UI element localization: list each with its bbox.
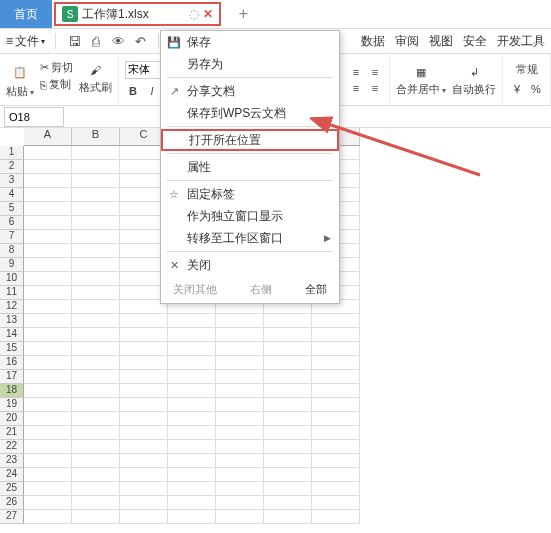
cell[interactable] (72, 440, 120, 454)
cell[interactable] (24, 468, 72, 482)
row-header[interactable]: 11 (0, 286, 24, 300)
cell[interactable] (168, 496, 216, 510)
cell[interactable] (72, 496, 120, 510)
row-header[interactable]: 6 (0, 216, 24, 230)
cell[interactable] (264, 496, 312, 510)
cell[interactable] (24, 300, 72, 314)
cell[interactable] (120, 384, 168, 398)
cell[interactable] (264, 468, 312, 482)
cell[interactable] (24, 202, 72, 216)
cell[interactable] (216, 370, 264, 384)
row-header[interactable]: 20 (0, 412, 24, 426)
row-header[interactable]: 12 (0, 300, 24, 314)
cell[interactable] (72, 426, 120, 440)
cell[interactable] (120, 426, 168, 440)
cell[interactable] (24, 272, 72, 286)
cell[interactable] (168, 510, 216, 524)
merge-center-button[interactable]: 合并居中 (396, 82, 446, 97)
cell[interactable] (168, 440, 216, 454)
cell[interactable] (120, 510, 168, 524)
cell[interactable] (168, 412, 216, 426)
cell[interactable] (312, 384, 360, 398)
print-icon[interactable]: ⎙ (88, 33, 104, 49)
file-tab[interactable]: S 工作簿1.xlsx ◌ ✕ (54, 2, 221, 26)
cell[interactable] (168, 342, 216, 356)
cell[interactable] (72, 272, 120, 286)
menu-item[interactable]: ☆固定标签 (161, 183, 339, 205)
indent-inc-icon[interactable]: ≡ (348, 64, 364, 80)
cell[interactable] (72, 286, 120, 300)
row-header[interactable]: 3 (0, 174, 24, 188)
cell[interactable] (168, 370, 216, 384)
row-header[interactable]: 18 (0, 384, 24, 398)
cell[interactable] (264, 370, 312, 384)
menu-data[interactable]: 数据 (361, 33, 385, 50)
cell[interactable] (24, 426, 72, 440)
cell[interactable] (216, 510, 264, 524)
row-header[interactable]: 8 (0, 244, 24, 258)
cell[interactable] (72, 216, 120, 230)
cell[interactable] (216, 454, 264, 468)
cell[interactable] (72, 510, 120, 524)
cell[interactable] (72, 454, 120, 468)
home-tab[interactable]: 首页 (0, 0, 52, 28)
cell[interactable] (312, 328, 360, 342)
cell[interactable] (264, 482, 312, 496)
cell[interactable] (264, 342, 312, 356)
menu-view[interactable]: 视图 (429, 33, 453, 50)
cell[interactable] (72, 300, 120, 314)
cell[interactable] (312, 496, 360, 510)
cell[interactable] (24, 496, 72, 510)
cell[interactable] (216, 426, 264, 440)
percent-icon[interactable]: % (528, 81, 544, 97)
cell[interactable] (24, 146, 72, 160)
cell[interactable] (120, 356, 168, 370)
menu-item[interactable]: 作为独立窗口显示 (161, 205, 339, 227)
menu-item[interactable]: 转移至工作区窗口▶ (161, 227, 339, 249)
cell[interactable] (72, 314, 120, 328)
cell[interactable] (312, 356, 360, 370)
cell[interactable] (24, 370, 72, 384)
row-header[interactable]: 14 (0, 328, 24, 342)
cell[interactable] (216, 328, 264, 342)
cell[interactable] (72, 188, 120, 202)
row-header[interactable]: 16 (0, 356, 24, 370)
cell[interactable] (120, 454, 168, 468)
row-header[interactable]: 21 (0, 426, 24, 440)
cell[interactable] (168, 314, 216, 328)
format-painter-icon[interactable]: 🖌 (86, 60, 106, 80)
cell[interactable] (72, 468, 120, 482)
row-header[interactable]: 15 (0, 342, 24, 356)
cell[interactable] (312, 314, 360, 328)
align-right-icon[interactable]: ≡ (367, 80, 383, 96)
cell[interactable] (24, 286, 72, 300)
new-tab-button[interactable]: + (239, 5, 248, 23)
cell[interactable] (72, 160, 120, 174)
cell[interactable] (264, 328, 312, 342)
cell[interactable] (72, 258, 120, 272)
cell[interactable] (24, 216, 72, 230)
row-header[interactable]: 17 (0, 370, 24, 384)
cell[interactable] (120, 496, 168, 510)
cell[interactable] (120, 468, 168, 482)
cell[interactable] (216, 314, 264, 328)
cell[interactable] (312, 370, 360, 384)
currency-icon[interactable]: ¥ (509, 81, 525, 97)
cell[interactable] (24, 174, 72, 188)
row-header[interactable]: 24 (0, 468, 24, 482)
cell[interactable] (120, 482, 168, 496)
cell[interactable] (168, 384, 216, 398)
cell[interactable] (120, 398, 168, 412)
cell[interactable] (72, 146, 120, 160)
cell[interactable] (312, 426, 360, 440)
copy-button[interactable]: ⎘ 复制 (40, 77, 73, 92)
cell[interactable] (72, 482, 120, 496)
cell[interactable] (216, 482, 264, 496)
cell[interactable] (72, 370, 120, 384)
row-header[interactable]: 9 (0, 258, 24, 272)
row-header[interactable]: 1 (0, 146, 24, 160)
cell[interactable] (168, 398, 216, 412)
row-header[interactable]: 27 (0, 510, 24, 524)
cell[interactable] (216, 342, 264, 356)
cell[interactable] (72, 342, 120, 356)
